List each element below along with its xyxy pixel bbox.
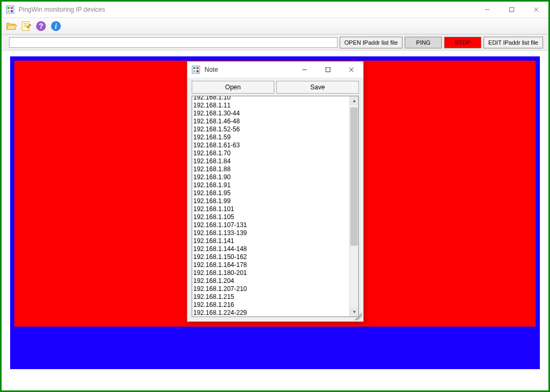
note-textarea[interactable]: 192.168.1.10 192.168.1.11 192.168.1.30-4… xyxy=(192,96,349,316)
svg-rect-2 xyxy=(11,7,13,9)
svg-rect-1 xyxy=(7,7,10,9)
note-textarea-wrap: 192.168.1.10 192.168.1.11 192.168.1.30-4… xyxy=(192,96,359,317)
note-dialog-title: Note xyxy=(204,66,218,73)
note-app-icon xyxy=(192,65,200,74)
note-save-button[interactable]: Save xyxy=(276,81,359,94)
svg-rect-19 xyxy=(196,67,199,69)
close-button[interactable] xyxy=(524,2,548,18)
svg-text:?: ? xyxy=(39,22,43,30)
main-window-frame: PingWin monitoring IP devices xyxy=(0,0,550,392)
note-open-button[interactable]: Open xyxy=(192,81,274,94)
help-icon[interactable]: ? xyxy=(35,20,47,32)
toolbar: ? i xyxy=(2,18,548,35)
stop-button[interactable]: STOP xyxy=(444,37,481,48)
note-button-row: Open Save xyxy=(187,78,363,96)
minimize-button[interactable] xyxy=(475,2,499,18)
svg-text:i: i xyxy=(55,22,57,30)
svg-rect-4 xyxy=(11,10,13,12)
svg-rect-6 xyxy=(510,7,514,12)
note-maximize-button[interactable] xyxy=(316,62,340,78)
svg-rect-23 xyxy=(326,68,330,72)
maximize-button[interactable] xyxy=(499,2,524,18)
main-window-title: PingWin monitoring IP devices xyxy=(19,6,105,13)
ping-button[interactable]: PING xyxy=(405,37,442,48)
ip-input[interactable] xyxy=(9,37,338,48)
note-dialog: Note Open Save 192.168.1.10 192.168.1.11… xyxy=(187,61,364,322)
edit-note-icon[interactable] xyxy=(20,20,32,32)
scroll-track[interactable] xyxy=(350,105,358,307)
note-minimize-button[interactable] xyxy=(293,62,316,78)
svg-rect-20 xyxy=(193,70,195,72)
svg-rect-18 xyxy=(193,67,195,69)
main-titlebar: PingWin monitoring IP devices xyxy=(2,2,548,18)
note-scrollbar[interactable]: ▲ ▼ xyxy=(349,96,358,316)
scroll-up-button[interactable]: ▲ xyxy=(350,96,359,105)
app-icon xyxy=(6,5,14,14)
folder-open-icon[interactable] xyxy=(5,20,18,32)
resize-grip[interactable] xyxy=(355,313,362,320)
note-titlebar[interactable]: Note xyxy=(187,62,363,78)
command-bar: OPEN IPaddr list file PING STOP EDIT IPa… xyxy=(2,35,548,51)
note-close-button[interactable] xyxy=(340,62,363,78)
edit-ip-list-button[interactable]: EDIT IPaddr list file xyxy=(483,37,543,48)
scroll-thumb[interactable] xyxy=(350,107,358,246)
info-icon[interactable]: i xyxy=(50,20,62,32)
svg-rect-21 xyxy=(196,70,199,72)
open-ip-list-button[interactable]: OPEN IPaddr list file xyxy=(340,37,403,48)
svg-rect-3 xyxy=(7,10,10,12)
